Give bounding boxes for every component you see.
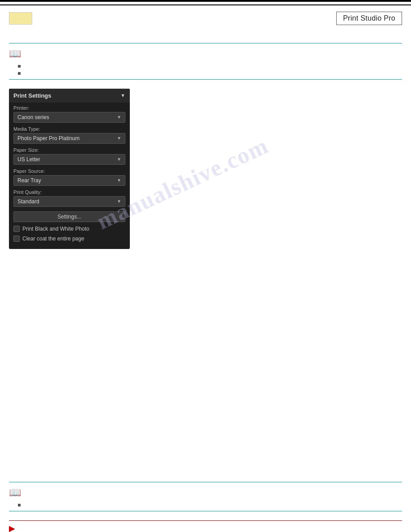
bottom-note-items: [9, 502, 402, 506]
bottom-bullet-1: [18, 504, 21, 506]
book-icon-bottom: 📖: [9, 487, 21, 498]
print-quality-value: Standard: [17, 198, 39, 205]
note-bottom-line: [9, 79, 402, 80]
top-note-section: 📖: [9, 43, 402, 80]
print-quality-label: Print Quality:: [13, 189, 125, 195]
paper-size-select[interactable]: US Letter ▼: [13, 154, 125, 165]
bottom-note-line: [9, 511, 402, 511]
top-border-thick: [0, 0, 411, 2]
printer-row: Printer: Canon series ▼: [9, 103, 130, 124]
media-type-select[interactable]: Photo Paper Pro Platinum ▼: [13, 133, 125, 144]
paper-source-select-arrow: ▼: [117, 178, 121, 183]
printer-value: Canon series: [17, 114, 49, 120]
printer-label: Printer:: [13, 105, 125, 111]
bullet-1: [18, 65, 21, 68]
paper-size-value: US Letter: [17, 156, 40, 163]
media-type-row: Media Type: Photo Paper Pro Platinum ▼: [9, 124, 130, 145]
print-settings-panel: Print Settings ▼ Printer: Canon series ▼…: [9, 89, 130, 249]
note-header: 📖: [9, 48, 402, 60]
checkbox-clear-coat[interactable]: [13, 236, 20, 242]
caution-triangle-icon: ▶: [9, 523, 15, 532]
panel-title: Print Settings: [13, 92, 51, 99]
header-title: Print Studio Pro: [336, 12, 402, 25]
media-type-select-arrow: ▼: [117, 136, 121, 141]
header-area: Print Studio Pro: [0, 5, 411, 30]
paper-source-row: Paper Source: Rear Tray ▼: [9, 166, 130, 187]
checkbox-bw-photo[interactable]: [13, 226, 20, 232]
media-type-label: Media Type:: [13, 126, 125, 132]
checkbox-row-2[interactable]: Clear coat the entire page: [9, 234, 130, 244]
checkbox-row-1[interactable]: Print Black and White Photo: [9, 224, 130, 234]
content-body: 📖 Print Settings ▼ Printer: Canon series…: [0, 43, 411, 532]
paper-source-label: Paper Source:: [13, 168, 125, 174]
settings-button[interactable]: Settings...: [13, 211, 125, 222]
printer-select-arrow: ▼: [117, 115, 121, 120]
note-item-2: [18, 70, 402, 75]
caution-header: ▶: [9, 520, 402, 532]
note-items-top: [9, 63, 402, 75]
paper-size-row: Paper Size: US Letter ▼: [9, 145, 130, 166]
print-quality-select-arrow: ▼: [117, 199, 121, 204]
paper-source-select[interactable]: Rear Tray ▼: [13, 175, 125, 186]
note-item-1: [18, 63, 402, 68]
paper-size-select-arrow: ▼: [117, 157, 121, 162]
bullet-2: [18, 72, 21, 75]
bottom-note-item-1: [18, 502, 402, 506]
checkbox-bw-label: Print Black and White Photo: [22, 226, 89, 232]
print-quality-row: Print Quality: Standard ▼: [9, 187, 130, 208]
panel-arrow: ▼: [120, 93, 125, 98]
caution-section: ▶: [9, 520, 402, 532]
print-quality-select[interactable]: Standard ▼: [13, 196, 125, 207]
panel-header[interactable]: Print Settings ▼: [9, 89, 130, 103]
paper-size-label: Paper Size:: [13, 147, 125, 153]
media-type-value: Photo Paper Pro Platinum: [17, 135, 80, 142]
header-yellow-box: [9, 12, 32, 25]
book-icon-top: 📖: [9, 48, 21, 60]
bottom-note-header: 📖: [9, 487, 402, 498]
checkbox-clear-coat-label: Clear coat the entire page: [22, 236, 84, 242]
printer-select[interactable]: Canon series ▼: [13, 112, 125, 123]
bottom-note-section: 📖: [9, 482, 402, 511]
paper-source-value: Rear Tray: [17, 177, 41, 184]
